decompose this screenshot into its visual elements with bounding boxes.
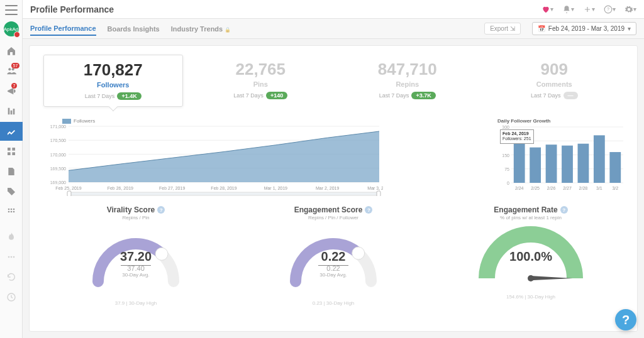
gauge-subtitle: Repins / Pin [43,215,228,221]
svg-rect-36 [67,191,71,196]
svg-text:Mar 3, 2019: Mar 3, 2019 [367,186,383,190]
kpi-value: 847,710 [341,60,474,79]
kpi-comments[interactable]: 909 Comments Last 7 Days — [486,55,624,107]
svg-rect-56 [578,144,589,183]
sidebar-item-tag[interactable] [0,182,23,201]
tab-boards-insights[interactable]: Boards Insights [108,23,160,35]
svg-text:2/24: 2/24 [515,186,524,190]
svg-rect-5 [12,152,15,155]
sidebar-item-doc[interactable] [0,162,23,181]
sidebar-item-audience[interactable]: 57 [0,62,23,80]
gauge-virality-score: Virality Score ? Repins / Pin 37.20 37.4… [43,205,228,306]
svg-text:0: 0 [507,181,509,185]
svg-point-10 [10,211,12,213]
sidebar-item-fire[interactable] [0,227,23,246]
bell-icon[interactable]: ▾ [562,5,574,14]
svg-rect-58 [594,135,605,183]
secondary-bar: Profile Performance Boards Insights Indu… [23,19,644,39]
sidebar-item-charts[interactable] [0,102,23,121]
sidebar-item-campaigns[interactable]: 7 [0,82,23,101]
topbar: Profile Performance ▾ ▾ ▾ ? ▾ ▾ [23,0,644,19]
sidebar-item-refresh[interactable] [0,268,23,286]
export-button[interactable]: Export ⇲ [484,23,521,35]
floating-help-button[interactable]: ? [615,309,636,330]
page-title: Profile Performance [30,4,535,14]
kpi-value: 909 [488,60,621,79]
top-icons: ▾ ▾ ▾ ? ▾ ▾ [541,5,636,14]
dashboard-panel: 170,827 Followers Last 7 Days +1.4K22,76… [29,45,638,332]
svg-text:169,500: 169,500 [50,166,66,171]
svg-text:3/1: 3/1 [596,186,602,190]
menu-icon[interactable] [5,5,18,15]
svg-point-0 [8,68,11,70]
svg-text:171,000: 171,000 [50,124,66,129]
gauge-footer: 154.6% | 30-Day High [438,294,623,300]
svg-point-13 [10,256,12,258]
gauge-engagement-score: Engagement Score ? Repins / Pin / Follow… [241,205,426,306]
svg-text:Feb 27, 2019: Feb 27, 2019 [159,186,185,190]
date-range-picker[interactable]: 📅 Feb 24, 2019 - Mar 3, 2019 [532,22,636,35]
svg-point-65 [528,275,534,281]
sidebar-item-clock[interactable] [0,288,23,307]
svg-text:2/27: 2/27 [563,186,572,190]
line-chart-legend: Followers [62,118,479,124]
sidebar-item-home[interactable] [0,41,23,60]
svg-rect-52 [546,144,557,183]
kpi-label: Followers [47,81,180,89]
svg-text:170,500: 170,500 [50,138,66,143]
svg-text:170,000: 170,000 [50,153,66,157]
svg-text:150: 150 [502,153,509,158]
kpi-row: 170,827 Followers Last 7 Days +1.4K22,76… [43,55,623,107]
gauge-engagement-rate: Engagement Rate ? % of pins w/ at least … [438,205,623,306]
svg-marker-64 [530,276,573,280]
svg-rect-4 [8,152,11,155]
svg-point-7 [10,209,12,210]
svg-point-6 [8,209,9,210]
svg-text:3/2: 3/2 [612,186,618,190]
avatar[interactable]: ApkAd [4,21,19,36]
gauge-title: Virality Score ? [107,205,165,214]
help-icon[interactable]: ? [157,206,165,214]
help-icon[interactable]: ? [560,206,568,214]
gauge-footer: 0.23 | 30-Day High [241,300,426,306]
bar-chart-tooltip: Feb 24, 2019Followers: 251 [500,129,534,144]
tab-industry-trends[interactable]: Industry Trends [171,23,231,35]
sidebar-item-apps[interactable] [0,202,23,221]
svg-rect-50 [530,148,541,183]
kpi-repins[interactable]: 847,710 Repins Last 7 Days +3.7K [338,55,477,107]
kpi-label: Comments [488,80,621,88]
plus-icon[interactable]: ▾ [583,5,595,14]
svg-rect-2 [8,148,11,151]
gauge-title: Engagement Score ? [294,205,373,214]
sidebar-item-grid[interactable] [0,142,23,161]
svg-point-8 [13,209,14,210]
kpi-sub: Last 7 Days — [488,92,621,99]
help-icon[interactable]: ? ▾ [604,5,616,14]
help-icon[interactable]: ? [365,206,372,214]
kpi-pins[interactable]: 22,765 Pins Last 7 Days +140 [192,55,330,107]
gauge-footer: 37.9 | 30-Day High [43,300,228,306]
gauge-avg: 0.2230-Day Avg. [241,264,426,278]
svg-point-12 [8,256,9,258]
svg-text:Feb 28, 2019: Feb 28, 2019 [211,186,236,190]
bar-chart-title: Daily Follower Growth [497,118,623,124]
sidebar-item-analytics[interactable] [0,122,23,141]
kpi-followers[interactable]: 170,827 Followers Last 7 Days +1.4K [43,55,183,107]
svg-point-9 [8,211,9,213]
kpi-value: 170,827 [47,60,180,80]
kpi-value: 22,765 [194,60,328,79]
gauge-value: 100.0% [438,249,623,264]
sidebar-item-dots[interactable] [0,248,23,266]
tab-profile-performance[interactable]: Profile Performance [30,22,96,36]
gauge-avg: 37.4030-Day Avg. [43,264,228,278]
kpi-label: Repins [341,80,474,88]
svg-point-14 [13,256,14,258]
gear-icon[interactable]: ▾ [625,5,636,14]
main-column: Profile Performance ▾ ▾ ▾ ? ▾ ▾ Profile … [23,0,644,338]
left-sidebar: ApkAd 57 7 [0,0,23,338]
svg-text:2/28: 2/28 [579,186,588,190]
svg-text:Feb 25, 2019: Feb 25, 2019 [55,186,81,190]
kpi-sub: Last 7 Days +1.4K [47,92,180,100]
gauge-subtitle: % of pins w/ at least 1 repin [438,215,623,221]
heart-icon[interactable]: ▾ [541,5,553,14]
